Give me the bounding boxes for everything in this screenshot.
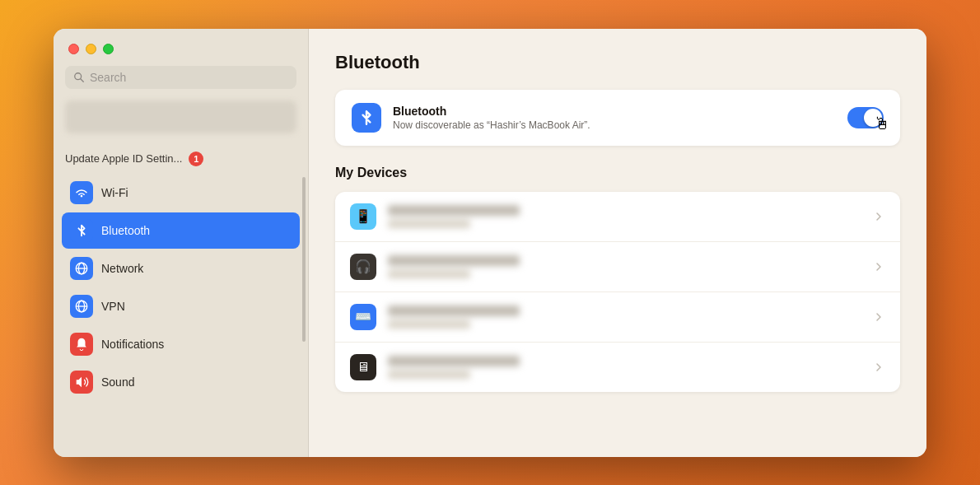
bluetooth-status-text: Bluetooth Now discoverable as “Hashir’s …: [393, 105, 836, 131]
bluetooth-nav-icon: [74, 223, 89, 238]
device-row[interactable]: 🎧: [335, 242, 900, 292]
minimize-button[interactable]: [86, 44, 96, 54]
bluetooth-status-card: Bluetooth Now discoverable as “Hashir’s …: [335, 90, 900, 146]
sound-icon: [74, 375, 89, 389]
device-name-1: [388, 205, 520, 216]
sidebar-item-sound[interactable]: Sound: [62, 364, 300, 400]
maximize-button[interactable]: [103, 44, 114, 54]
sidebar-item-notifications[interactable]: Notifications: [62, 326, 300, 362]
device-name-4: [388, 356, 520, 366]
sidebar-nav: Wi-Fi Bluetooth: [54, 175, 308, 400]
device-icon-dark: 🖥: [350, 354, 376, 380]
search-icon: [73, 72, 85, 83]
close-button[interactable]: [68, 44, 79, 54]
device-icon-phone: 📱: [350, 203, 376, 230]
device-icon-headphones: 🎧: [350, 254, 376, 280]
sidebar-item-label-wifi: Wi-Fi: [101, 186, 128, 199]
update-badge-row[interactable]: Update Apple ID Settin... 1: [54, 147, 308, 175]
device-info-1: [388, 205, 861, 228]
device-icon-blue: ⌨️: [350, 304, 376, 330]
bluetooth-icon-bg: [70, 219, 93, 242]
main-window: Search Update Apple ID Settin... 1 Wi-Fi: [54, 29, 926, 457]
device-status-3: [388, 320, 470, 329]
chevron-right-icon-2: [872, 260, 885, 273]
device-name-2: [388, 255, 520, 266]
device-info-2: [388, 255, 861, 278]
sound-icon-bg: [70, 371, 93, 394]
traffic-lights: [54, 29, 308, 66]
device-status-2: [388, 270, 470, 278]
sidebar-item-bluetooth[interactable]: Bluetooth: [62, 212, 300, 249]
bluetooth-title: Bluetooth: [393, 105, 836, 118]
update-badge: 1: [189, 152, 203, 166]
device-row[interactable]: 🖥: [335, 343, 900, 392]
network-icon-bg: [70, 257, 93, 280]
device-row[interactable]: 📱: [335, 192, 900, 242]
wifi-icon-bg: [70, 181, 93, 204]
sidebar-item-wifi[interactable]: Wi-Fi: [62, 175, 300, 211]
device-info-3: [388, 305, 861, 329]
chevron-right-icon-1: [872, 210, 885, 223]
sidebar-item-label-vpn: VPN: [101, 300, 125, 313]
wifi-icon: [74, 185, 89, 200]
my-devices-title: My Devices: [335, 166, 900, 180]
device-row[interactable]: ⌨️: [335, 292, 900, 343]
main-content: Bluetooth Bluetooth Now discoverable as …: [309, 29, 926, 457]
bluetooth-toggle[interactable]: 🖱: [847, 107, 884, 128]
sidebar-item-label-notifications: Notifications: [101, 338, 164, 351]
devices-list: 📱 🎧: [335, 192, 900, 392]
device-status-1: [388, 220, 470, 228]
sidebar-item-network[interactable]: Network: [62, 250, 300, 287]
svg-line-1: [81, 78, 84, 82]
sidebar-item-label-bluetooth: Bluetooth: [101, 224, 150, 237]
network-icon: [74, 261, 89, 276]
chevron-right-icon-3: [872, 310, 885, 324]
device-info-4: [388, 356, 861, 379]
search-bar[interactable]: Search: [65, 66, 296, 89]
sidebar-item-vpn[interactable]: VPN: [62, 288, 300, 324]
bluetooth-main-icon-bg: [352, 103, 381, 133]
notifications-icon-bg: [70, 333, 93, 356]
bluetooth-subtitle: Now discoverable as “Hashir’s MacBook Ai…: [393, 119, 836, 131]
sidebar: Search Update Apple ID Settin... 1 Wi-Fi: [54, 29, 309, 457]
device-status-4: [388, 371, 470, 379]
page-title: Bluetooth: [335, 52, 900, 73]
vpn-icon: [74, 299, 89, 314]
chevron-right-icon-4: [872, 361, 885, 374]
sidebar-scrollbar[interactable]: [302, 177, 306, 342]
search-placeholder: Search: [90, 71, 126, 84]
device-name-3: [388, 305, 520, 316]
profile-placeholder: [65, 100, 296, 133]
notifications-icon: [74, 337, 89, 352]
cursor-icon: 🖱: [874, 115, 890, 132]
sidebar-item-label-sound: Sound: [101, 375, 134, 389]
update-text: Update Apple ID Settin...: [65, 152, 182, 165]
bluetooth-main-icon: [357, 109, 376, 127]
sidebar-item-label-network: Network: [101, 262, 143, 275]
vpn-icon-bg: [70, 295, 93, 318]
